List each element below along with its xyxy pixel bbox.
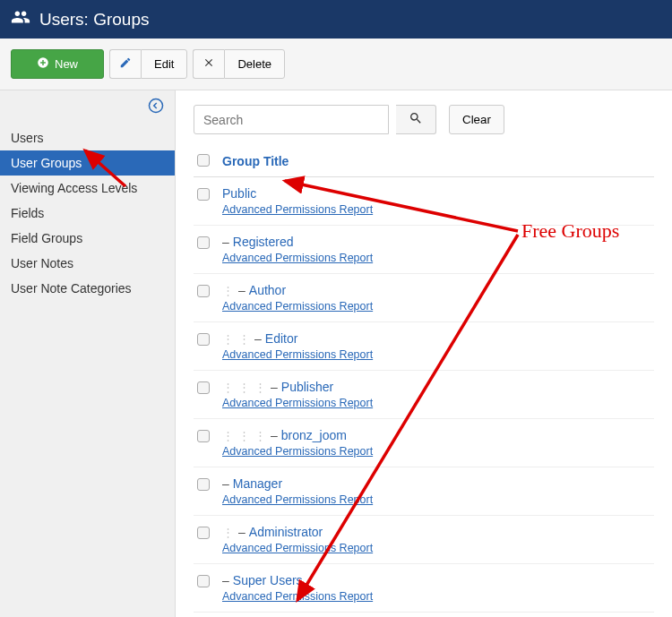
table-header: Group Title [194, 145, 654, 177]
row-checkbox[interactable] [197, 478, 210, 491]
search-row: Clear [194, 105, 654, 134]
users-icon [11, 7, 30, 31]
tree-indent-icon: ⋮ [222, 381, 235, 394]
groups-table: Group Title PublicAdvanced Permissions R… [194, 145, 654, 617]
table-row: ⋮ – AdministratorAdvanced Permissions Re… [194, 516, 654, 564]
tree-dash-icon: – [238, 525, 246, 539]
tree-indent-icon: ⋮ [222, 526, 235, 539]
table-row: – GuestAdvanced Permissions Report [194, 613, 654, 617]
svg-point-1 [150, 99, 163, 113]
group-link[interactable]: bronz_joom [281, 428, 347, 442]
tree-dash-icon: – [254, 331, 262, 346]
table-row: ⋮ ⋮ ⋮ – PublisherAdvanced Permissions Re… [194, 371, 654, 419]
row-checkbox[interactable] [197, 285, 210, 297]
sidebar-item-fields[interactable]: Fields [0, 201, 175, 226]
table-row: – Super UsersAdvanced Permissions Report [194, 564, 654, 613]
row-checkbox[interactable] [197, 333, 210, 346]
permissions-report-link[interactable]: Advanced Permissions Report [222, 203, 650, 216]
group-link[interactable]: Author [249, 283, 286, 297]
toolbar: New Edit Delete [0, 39, 672, 90]
permissions-report-link[interactable]: Advanced Permissions Report [222, 252, 650, 264]
tree-indent-icon: ⋮ [238, 381, 251, 394]
row-checkbox[interactable] [197, 527, 210, 539]
tree-indent-icon: ⋮ [222, 284, 235, 297]
tree-dash-icon: – [271, 428, 278, 442]
group-link[interactable]: Publisher [281, 380, 333, 394]
sidebar: UsersUser GroupsViewing Access LevelsFie… [0, 90, 176, 617]
permissions-report-link[interactable]: Advanced Permissions Report [222, 445, 650, 458]
row-checkbox[interactable] [197, 381, 210, 394]
search-input[interactable] [194, 105, 389, 134]
page-header: Users: Groups [0, 0, 672, 39]
sidebar-item-viewing-access-levels[interactable]: Viewing Access Levels [0, 176, 175, 201]
tree-dash-icon: – [222, 573, 229, 587]
main-content: Clear Group Title PublicAdvanced Permiss… [176, 90, 672, 617]
table-row: PublicAdvanced Permissions Report [194, 177, 654, 226]
table-row: ⋮ ⋮ ⋮ – bronz_joomAdvanced Permissions R… [194, 419, 654, 467]
sidebar-item-user-note-categories[interactable]: User Note Categories [0, 276, 175, 301]
table-row: ⋮ – AuthorAdvanced Permissions Report [194, 274, 654, 322]
delete-icon-button[interactable] [193, 49, 224, 79]
tree-indent-icon: ⋮ [222, 332, 235, 346]
plus-icon [37, 56, 49, 72]
sidebar-item-user-groups[interactable]: User Groups [0, 150, 175, 176]
edit-button-group: Edit [109, 49, 187, 79]
tree-indent-icon: ⋮ [254, 381, 267, 394]
edit-icon [119, 56, 132, 72]
permissions-report-link[interactable]: Advanced Permissions Report [222, 590, 650, 603]
row-checkbox[interactable] [197, 188, 210, 201]
table-row: – ManagerAdvanced Permissions Report [194, 467, 654, 516]
group-link[interactable]: Editor [265, 331, 298, 346]
sidebar-item-user-notes[interactable]: User Notes [0, 251, 175, 276]
permissions-report-link[interactable]: Advanced Permissions Report [222, 348, 650, 361]
arrow-left-circle-icon [148, 99, 164, 117]
sidebar-item-users[interactable]: Users [0, 125, 175, 150]
group-link[interactable]: Registered [233, 235, 294, 249]
edit-button[interactable]: Edit [141, 49, 187, 79]
new-button[interactable]: New [11, 49, 104, 79]
tree-indent-icon: ⋮ [222, 429, 235, 442]
table-row: – RegisteredAdvanced Permissions Report [194, 226, 654, 274]
clear-button[interactable]: Clear [449, 105, 504, 134]
permissions-report-link[interactable]: Advanced Permissions Report [222, 493, 650, 506]
group-link[interactable]: Manager [233, 476, 282, 491]
search-icon [409, 115, 423, 128]
group-link[interactable]: Administrator [249, 525, 323, 539]
permissions-report-link[interactable]: Advanced Permissions Report [222, 542, 650, 554]
tree-indent-icon: ⋮ [238, 332, 251, 346]
row-checkbox[interactable] [197, 430, 210, 442]
delete-button-group: Delete [193, 49, 285, 79]
new-button-label: New [55, 57, 78, 71]
sidebar-collapse-button[interactable] [0, 90, 175, 125]
permissions-report-link[interactable]: Advanced Permissions Report [222, 397, 650, 409]
tree-indent-icon: ⋮ [254, 429, 267, 442]
edit-icon-button[interactable] [109, 49, 141, 79]
tree-dash-icon: – [222, 235, 229, 249]
row-checkbox[interactable] [197, 236, 210, 249]
group-link[interactable]: Public [222, 186, 256, 201]
table-row: ⋮ ⋮ – EditorAdvanced Permissions Report [194, 322, 654, 371]
tree-indent-icon: ⋮ [238, 429, 251, 442]
sidebar-item-field-groups[interactable]: Field Groups [0, 226, 175, 251]
group-link[interactable]: Super Users [233, 573, 303, 587]
tree-dash-icon: – [238, 283, 246, 297]
checkbox-all[interactable] [197, 154, 210, 167]
column-header-title[interactable]: Group Title [222, 154, 289, 168]
delete-button[interactable]: Delete [224, 49, 285, 79]
search-button[interactable] [396, 105, 436, 134]
close-icon [202, 56, 215, 72]
page-title: Users: Groups [39, 10, 149, 30]
permissions-report-link[interactable]: Advanced Permissions Report [222, 300, 650, 313]
row-checkbox[interactable] [197, 575, 210, 587]
tree-dash-icon: – [271, 380, 278, 394]
tree-dash-icon: – [222, 476, 229, 491]
